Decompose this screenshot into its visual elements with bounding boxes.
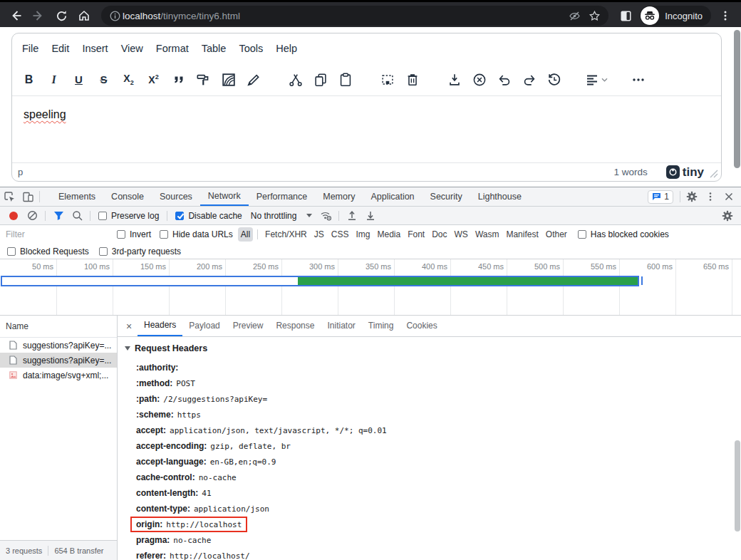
align-button[interactable]	[584, 68, 608, 92]
paste-button[interactable]	[333, 68, 358, 92]
network-conditions-icon[interactable]	[316, 207, 335, 224]
inspect-icon[interactable]	[0, 187, 19, 206]
console-badge[interactable]: 1	[648, 190, 673, 204]
disable-cache-checkbox[interactable]: Disable cache	[175, 211, 242, 221]
request-row[interactable]: suggestions?apiKey=...	[0, 338, 117, 353]
home-button[interactable]	[73, 4, 95, 27]
devtools-menu-icon[interactable]	[701, 187, 720, 206]
eye-off-icon[interactable]	[564, 7, 584, 24]
editor-content[interactable]: speeling	[12, 96, 721, 162]
filter-type-js[interactable]: JS	[311, 227, 327, 242]
filter-type-font[interactable]: Font	[405, 227, 428, 242]
devtools-tab-console[interactable]: Console	[103, 187, 152, 206]
devtools-tab-network[interactable]: Network	[200, 187, 249, 206]
name-column-header[interactable]: Name	[0, 316, 117, 338]
hide-data-urls-checkbox[interactable]: Hide data URLs	[160, 229, 233, 239]
filter-type-fetch-xhr[interactable]: Fetch/XHR	[262, 227, 310, 242]
format-painter-button[interactable]	[191, 68, 216, 92]
devtools-tab-sources[interactable]: Sources	[152, 187, 200, 206]
third-party-checkbox[interactable]: 3rd-party requests	[99, 247, 181, 256]
remove-button[interactable]	[467, 68, 492, 92]
search-icon[interactable]	[68, 207, 86, 224]
preserve-log-checkbox[interactable]: Preserve log	[98, 211, 159, 221]
download-button[interactable]	[442, 68, 467, 92]
page-info-icon[interactable]	[107, 8, 123, 24]
history-button[interactable]	[542, 68, 566, 92]
network-overview[interactable]: 50 ms100 ms150 ms200 ms250 ms300 ms350 m…	[0, 259, 741, 316]
filter-type-media[interactable]: Media	[374, 227, 403, 242]
back-button[interactable]	[4, 4, 27, 27]
blocked-requests-checkbox[interactable]: Blocked Requests	[7, 247, 89, 256]
subscript-button[interactable]: X2	[116, 68, 141, 92]
menu-insert[interactable]: Insert	[76, 39, 113, 58]
undo-button[interactable]	[492, 68, 517, 92]
network-settings-icon[interactable]	[718, 207, 737, 225]
reload-button[interactable]	[50, 4, 73, 27]
filter-type-other[interactable]: Other	[543, 227, 570, 242]
trash-button[interactable]	[400, 68, 425, 92]
devtools-settings-icon[interactable]	[683, 187, 701, 206]
side-panel-icon[interactable]	[614, 4, 637, 27]
browser-menu-icon[interactable]	[714, 4, 737, 27]
filter-type-css[interactable]: CSS	[328, 227, 352, 242]
redo-button[interactable]	[517, 68, 542, 92]
export-har-icon[interactable]	[361, 207, 380, 224]
filter-type-doc[interactable]: Doc	[429, 227, 450, 242]
permanent-pen-button[interactable]	[241, 68, 266, 92]
address-bar[interactable]: localhost/tinymce/tiny6.html	[101, 6, 608, 26]
filter-type-ws[interactable]: WS	[452, 227, 471, 242]
filter-type-img[interactable]: Img	[353, 227, 373, 242]
copy-button[interactable]	[308, 68, 333, 92]
superscript-button[interactable]: X2	[141, 68, 166, 92]
tiny-brand[interactable]: tiny	[666, 165, 704, 180]
element-path[interactable]: p	[18, 167, 613, 177]
misspelled-word[interactable]: speeling	[24, 108, 66, 120]
device-toolbar-icon[interactable]	[19, 187, 37, 206]
request-headers-section[interactable]: Request Headers	[118, 341, 741, 356]
underline-button[interactable]: U	[66, 68, 91, 92]
menu-format[interactable]: Format	[150, 39, 195, 58]
page-scrollbar[interactable]	[734, 30, 740, 168]
menu-view[interactable]: View	[115, 39, 149, 58]
menu-tools[interactable]: Tools	[233, 39, 269, 58]
record-button[interactable]	[4, 207, 23, 224]
menu-table[interactable]: Table	[196, 39, 232, 58]
filter-type-all[interactable]: All	[238, 227, 253, 242]
devtools-close-icon[interactable]	[720, 187, 738, 206]
strikethrough-button[interactable]: S	[91, 68, 116, 92]
request-row[interactable]: suggestions?apiKey=...	[0, 353, 117, 368]
filter-icon[interactable]	[49, 207, 68, 224]
details-scrollbar[interactable]	[735, 440, 740, 532]
filter-type-manifest[interactable]: Manifest	[503, 227, 541, 242]
clear-icon[interactable]	[23, 207, 41, 224]
throttling-dropdown[interactable]: No throttling	[251, 211, 313, 221]
filter-input[interactable]	[6, 229, 113, 239]
cut-button[interactable]	[283, 68, 308, 92]
resize-handle-icon[interactable]	[710, 168, 718, 177]
bold-button[interactable]: B	[16, 68, 41, 92]
devtools-tab-elements[interactable]: Elements	[51, 187, 103, 206]
devtools-tab-performance[interactable]: Performance	[249, 187, 316, 206]
has-blocked-cookies-checkbox[interactable]: Has blocked cookies	[578, 229, 669, 239]
menu-edit[interactable]: Edit	[46, 39, 75, 58]
invert-checkbox[interactable]: Invert	[117, 229, 151, 239]
details-tab-initiator[interactable]: Initiator	[321, 316, 361, 336]
details-tab-headers[interactable]: Headers	[138, 316, 182, 336]
menu-help[interactable]: Help	[270, 39, 303, 58]
blockquote-button[interactable]	[166, 68, 191, 92]
details-tab-timing[interactable]: Timing	[362, 316, 400, 336]
details-tab-cookies[interactable]: Cookies	[400, 316, 443, 336]
menu-file[interactable]: File	[16, 39, 44, 58]
devtools-tab-memory[interactable]: Memory	[315, 187, 363, 206]
incognito-badge[interactable]: Incognito	[640, 6, 711, 26]
bookmark-star-icon[interactable]	[584, 7, 604, 24]
word-count[interactable]: 1 words	[613, 167, 647, 177]
import-har-icon[interactable]	[343, 207, 361, 224]
request-row[interactable]: data:image/svg+xml;...	[0, 368, 117, 383]
devtools-tab-lighthouse[interactable]: Lighthouse	[470, 187, 529, 206]
forward-button[interactable]	[27, 4, 50, 27]
select-all-button[interactable]	[375, 68, 400, 92]
details-tab-response[interactable]: Response	[269, 316, 321, 336]
devtools-tab-security[interactable]: Security	[423, 187, 470, 206]
fill-frame-button[interactable]	[216, 68, 241, 92]
